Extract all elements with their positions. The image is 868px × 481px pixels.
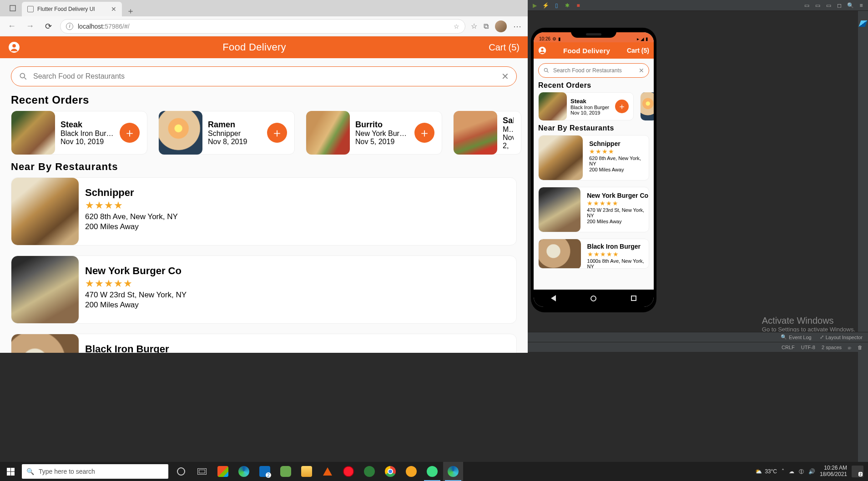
restaurant-card[interactable]: New York Burger Co ★★★★★ 470 W 23rd St, … xyxy=(11,256,517,324)
order-card[interactable]: Ramen Schnipper Nov 8, 2019 ＋ xyxy=(158,111,295,155)
restaurant-list[interactable]: Schnipper ★★★★ 620 8th Ave, New York, NY… xyxy=(534,135,654,269)
onedrive-icon[interactable]: ☁ xyxy=(789,468,794,475)
recent-orders-list[interactable]: Steak Black Iron Burger Nov 10, 2019 ＋ xyxy=(534,92,654,123)
search-input[interactable] xyxy=(33,72,496,80)
android-recents-button[interactable] xyxy=(631,296,636,301)
add-order-button[interactable]: ＋ xyxy=(120,123,140,143)
line-ending[interactable]: CRLF xyxy=(782,345,795,350)
vlc-icon[interactable] xyxy=(318,462,338,481)
search-placeholder: Type here to search xyxy=(39,468,95,475)
android-back-button[interactable] xyxy=(551,295,556,301)
edge-icon[interactable] xyxy=(234,462,254,481)
restaurant-card[interactable]: New York Burger Co ★★★★★ 470 W 23rd St, … xyxy=(538,187,649,232)
tray-chevron-icon[interactable]: ˄ xyxy=(782,468,784,475)
order-card[interactable] xyxy=(640,92,654,120)
tab-actions-icon[interactable] xyxy=(4,0,22,16)
order-card[interactable]: Steak Black Iron Burger Nov 10, 2019 ＋ xyxy=(538,92,634,120)
restaurant-card[interactable]: Schnipper ★★★★ 620 8th Ave, New York, NY… xyxy=(11,177,517,246)
taskbar-search[interactable]: 🔍 Type here to search xyxy=(22,464,168,479)
activate-windows-watermark: Activate Windows Go to Settings to activ… xyxy=(762,316,855,333)
add-order-button[interactable]: ＋ xyxy=(414,123,434,143)
app-icon2[interactable] xyxy=(359,462,379,481)
add-order-button[interactable]: ＋ xyxy=(267,123,287,143)
mail-icon[interactable]: 2 xyxy=(255,462,275,481)
restaurant-card[interactable]: Black Iron Burger xyxy=(11,334,517,353)
order-thumbnail xyxy=(641,92,654,120)
wifi-icon[interactable]: ⦷ xyxy=(799,468,804,476)
tool-icon4[interactable]: ◻ xyxy=(836,2,843,9)
recent-orders-list[interactable]: Steak Black Iron Burger Nov 10, 2019 ＋ R… xyxy=(0,111,528,158)
forward-button[interactable]: → xyxy=(24,20,36,33)
edge-running-icon[interactable] xyxy=(443,462,463,481)
profile-avatar[interactable] xyxy=(495,20,507,32)
trash-icon[interactable]: 🗑 xyxy=(858,345,863,350)
order-card[interactable]: Burrito New York Burge... Nov 5, 2019 ＋ xyxy=(306,111,442,155)
action-center-icon[interactable]: 2 xyxy=(852,466,863,477)
weather-widget[interactable]: ⛅ 33°C xyxy=(755,468,777,475)
search-box[interactable]: ✕ xyxy=(538,63,649,78)
device-icon[interactable]: ▯ xyxy=(553,2,560,9)
cart-button[interactable]: Cart (5) xyxy=(627,47,649,54)
ide-right-gutter xyxy=(858,11,868,463)
add-order-button[interactable]: ＋ xyxy=(615,100,629,113)
run-icon[interactable]: ▶ xyxy=(531,2,538,9)
android-emulator: 10:26 ⚙ ▮ ▸ ◢ ▮ Food Delivery Cart (5) ✕ xyxy=(531,28,656,312)
restaurant-name: Schnipper xyxy=(589,140,649,147)
new-tab-button[interactable]: ＋ xyxy=(122,5,139,16)
event-log-button[interactable]: 🔍Event Log xyxy=(781,334,812,340)
opera-icon[interactable] xyxy=(338,462,358,481)
encoding[interactable]: UTF-8 xyxy=(801,345,815,350)
clear-search-icon[interactable]: ✕ xyxy=(639,67,644,74)
close-tab-icon[interactable]: ✕ xyxy=(111,5,116,13)
more-menu-icon[interactable]: ⋯ xyxy=(513,21,522,31)
browser-tab[interactable]: Flutter Food Delivery UI ✕ xyxy=(22,2,122,16)
clock[interactable]: 10:26 AM 18/06/2021 xyxy=(820,465,847,478)
volume-icon[interactable]: 🔊 xyxy=(808,468,815,475)
order-card[interactable]: Steak Black Iron Burger Nov 10, 2019 ＋ xyxy=(11,111,147,155)
restaurant-card[interactable]: Black Iron Burger ★★★★★ 1000s 8th Ave, N… xyxy=(538,239,649,269)
site-info-icon[interactable]: i xyxy=(66,23,73,30)
order-card[interactable]: Salmon Maple Nov 2, xyxy=(453,111,521,155)
android-studio-icon[interactable] xyxy=(422,462,442,481)
cart-button[interactable]: Cart (5) xyxy=(489,42,520,53)
tool-icon3[interactable]: ▭ xyxy=(825,2,832,9)
indent[interactable]: 2 spaces xyxy=(822,345,842,350)
tool-icon2[interactable]: ▭ xyxy=(814,2,821,9)
search-icon xyxy=(543,67,550,74)
chrome-icon[interactable] xyxy=(380,462,400,481)
phone-notch xyxy=(571,30,616,38)
clear-search-icon[interactable]: ✕ xyxy=(501,71,509,82)
restaurant-list[interactable]: Schnipper ★★★★ 620 8th Ave, New York, NY… xyxy=(0,177,528,353)
android-home-button[interactable] xyxy=(590,296,596,301)
svg-rect-0 xyxy=(10,5,15,11)
flash-icon[interactable]: ⚡ xyxy=(542,2,549,9)
restaurant-card[interactable]: Schnipper ★★★★ 620 8th Ave, New York, NY… xyxy=(538,135,649,180)
account-button[interactable] xyxy=(538,46,546,55)
start-button[interactable] xyxy=(0,462,21,481)
refresh-button[interactable]: ⟳ xyxy=(42,20,55,33)
menu-icon[interactable]: ≡ xyxy=(858,2,864,9)
search-input[interactable] xyxy=(553,67,635,74)
lock-icon[interactable]: ⎄ xyxy=(848,345,851,350)
task-view-icon[interactable] xyxy=(192,462,212,481)
stop-icon[interactable]: ■ xyxy=(575,2,581,9)
cortana-icon[interactable] xyxy=(171,462,191,481)
layout-inspector-button[interactable]: ⤢Layout Inspector xyxy=(820,334,863,340)
rating-stars: ★★★★★ xyxy=(587,200,649,207)
bug-icon[interactable]: ✱ xyxy=(564,2,570,9)
explorer-icon[interactable] xyxy=(297,462,317,481)
back-button[interactable]: ← xyxy=(5,20,18,33)
restaurant-distance: 200 Miles Away xyxy=(85,222,178,231)
favorites-icon[interactable]: ☆ xyxy=(471,22,477,30)
ms-store-icon[interactable] xyxy=(213,462,233,481)
tool-icon[interactable]: ▭ xyxy=(803,2,810,9)
search-box[interactable]: ✕ xyxy=(11,66,517,86)
url-field[interactable]: i localhost:57986/#/ ☆ xyxy=(60,19,465,34)
collections-icon[interactable]: ⧉ xyxy=(484,22,489,30)
signal-icon: ◢ xyxy=(641,36,644,41)
search-icon[interactable]: 🔍 xyxy=(847,2,853,9)
account-button[interactable] xyxy=(8,41,20,53)
favorite-plus-icon[interactable]: ☆ xyxy=(454,23,459,30)
app-icon3[interactable] xyxy=(401,462,421,481)
app-icon[interactable] xyxy=(276,462,296,481)
